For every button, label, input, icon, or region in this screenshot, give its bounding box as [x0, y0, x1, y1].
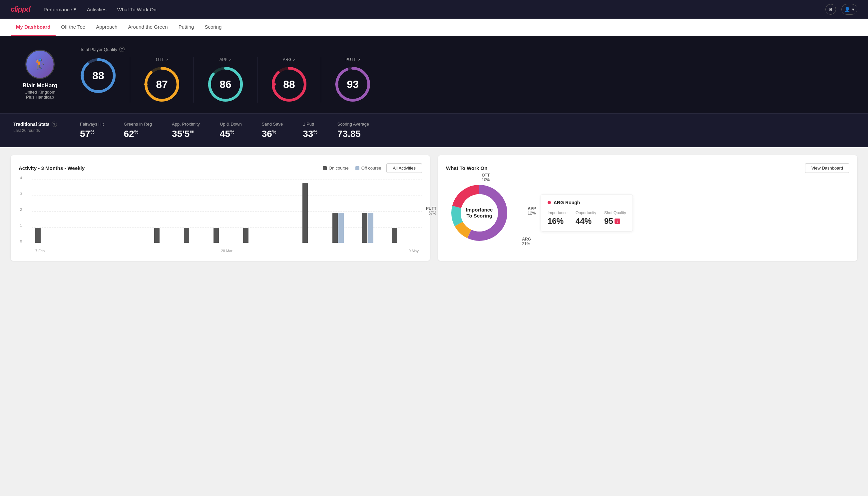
metric-opportunity: Opportunity 44% [575, 211, 596, 226]
wtwo-card: What To Work On View Dashboard OTT 10% A… [438, 155, 857, 261]
putt-label: PUTT 57% [426, 206, 436, 216]
bar-group [392, 228, 419, 243]
bar-chart: 4 3 2 1 0 7 Feb 28 Mar 9 May [19, 180, 422, 253]
info-card: ARG Rough Importance 16% Opportunity 44%… [541, 194, 633, 232]
score-card-ott: OTT ↗ 87 [130, 57, 194, 103]
metric-shot-quality: Shot Quality 95 ↓ [604, 211, 626, 226]
bar-group [273, 242, 300, 243]
bar-oncourse [35, 228, 41, 243]
bar-group [302, 183, 329, 243]
bar-group [124, 242, 151, 243]
bar-oncourse [332, 213, 338, 243]
app-trend-icon: ↗ [229, 58, 232, 62]
x-axis: 7 Feb 28 Mar 9 May [35, 249, 419, 253]
bar-oncourse [214, 228, 219, 243]
ott-trend-icon: ↗ [165, 58, 168, 62]
svg-point-8 [208, 83, 211, 86]
bar-group [35, 228, 62, 243]
donut-section: OTT 10% APP 12% ARG 21% PUTT 57% [446, 180, 512, 246]
tab-scoring[interactable]: Scoring [199, 19, 227, 36]
stat-app-proximity: App. Proximity 35'5" [172, 122, 200, 139]
add-button[interactable]: ⊕ [825, 4, 836, 15]
tab-my-dashboard[interactable]: My Dashboard [11, 19, 56, 36]
help-icon[interactable]: ? [119, 47, 125, 52]
player-info: 🏌️ Blair McHarg United Kingdom Plus Hand… [13, 50, 67, 99]
stats-label-group: Traditional Stats ? Last 20 rounds [13, 122, 60, 133]
chart-legend: On course Off course [323, 166, 381, 171]
shot-quality-badge: ↓ [615, 218, 620, 224]
hero-section: 🏌️ Blair McHarg United Kingdom Plus Hand… [0, 36, 868, 113]
offcourse-dot [356, 166, 359, 170]
bar-group [243, 228, 270, 243]
user-menu-button[interactable]: 👤 ▾ [841, 4, 857, 15]
bar-oncourse [184, 228, 189, 243]
bar-offcourse [368, 213, 373, 243]
nav-performance[interactable]: Performance ▾ [44, 6, 76, 12]
bar-group [95, 242, 122, 243]
bar-group [65, 242, 92, 243]
ring-app: 86 [207, 66, 244, 103]
nav-right: ⊕ 👤 ▾ [825, 4, 857, 15]
svg-point-11 [272, 83, 276, 86]
stats-bar: Traditional Stats ? Last 20 rounds Fairw… [0, 113, 868, 147]
bar-group [332, 213, 359, 243]
view-dashboard-button[interactable]: View Dashboard [805, 163, 849, 173]
all-activities-button[interactable]: All Activities [386, 163, 422, 173]
stat-greens-in-reg: Greens In Reg 62% [124, 122, 152, 139]
tab-approach[interactable]: Approach [91, 19, 123, 36]
info-dot [548, 201, 551, 204]
nav-what-to-work-on[interactable]: What To Work On [117, 7, 157, 12]
ring-arg: 88 [271, 66, 307, 103]
ring-ott: 87 [144, 66, 180, 103]
nav-links: Performance ▾ Activities What To Work On [44, 6, 157, 12]
score-card-putt: PUTT ↗ 93 [321, 57, 384, 103]
chevron-down-icon: ▾ [74, 6, 76, 12]
logo: clippd [11, 5, 30, 14]
bottom-section: Activity - 3 Months - Weekly On course O… [0, 147, 868, 269]
bar-offcourse [338, 213, 344, 243]
arg-label: ARG 21% [522, 237, 531, 246]
svg-point-5 [144, 83, 147, 86]
bar-group [362, 213, 389, 243]
stat-1-putt: 1 Putt 33% [303, 122, 317, 139]
scores-section: Total Player Quality ? 88 [80, 47, 855, 103]
plus-icon: ⊕ [829, 7, 833, 12]
bars-container [35, 180, 419, 243]
tab-putting[interactable]: Putting [173, 19, 200, 36]
stats-help-icon[interactable]: ? [52, 122, 57, 127]
user-icon: 👤 [845, 7, 850, 12]
oncourse-dot [323, 166, 327, 170]
tab-around-the-green[interactable]: Around the Green [123, 19, 173, 36]
metric-importance: Importance 16% [548, 211, 568, 226]
bar-group [214, 228, 240, 243]
score-card-app: APP ↗ 86 [194, 57, 257, 103]
wtwo-card-header: What To Work On View Dashboard [446, 163, 849, 173]
nav-activities[interactable]: Activities [87, 7, 107, 12]
score-cards: 88 OTT ↗ 87 [80, 57, 855, 103]
bar-group [154, 228, 181, 243]
app-label: APP 12% [527, 206, 536, 216]
info-metrics: Importance 16% Opportunity 44% Shot Qual… [548, 211, 626, 226]
chevron-down-icon: ▾ [852, 7, 854, 12]
activity-chart-title: Activity - 3 Months - Weekly [19, 165, 84, 171]
wtwo-title: What To Work On [446, 165, 487, 171]
stat-scoring-average: Scoring Average 73.85 [337, 122, 369, 139]
bar-oncourse [392, 228, 397, 243]
bar-oncourse [362, 213, 367, 243]
player-name: Blair McHarg [23, 82, 58, 89]
tab-off-the-tee[interactable]: Off the Tee [56, 19, 91, 36]
player-handicap: Plus Handicap [26, 95, 54, 99]
tabs-bar: My Dashboard Off the Tee Approach Around… [0, 19, 868, 36]
score-card-total: 88 [80, 57, 130, 103]
ring-putt: 93 [334, 66, 371, 103]
player-country: United Kingdom [25, 90, 56, 95]
bar-oncourse [154, 228, 160, 243]
activity-card: Activity - 3 Months - Weekly On course O… [11, 155, 430, 261]
svg-point-2 [81, 74, 84, 77]
bar-oncourse [243, 228, 249, 243]
score-card-arg: ARG ↗ 88 [257, 57, 321, 103]
tpq-label: Total Player Quality ? [80, 47, 855, 52]
avatar: 🏌️ [25, 50, 54, 79]
stat-fairways-hit: Fairways Hit 57% [80, 122, 104, 139]
top-navigation: clippd Performance ▾ Activities What To … [0, 0, 868, 19]
